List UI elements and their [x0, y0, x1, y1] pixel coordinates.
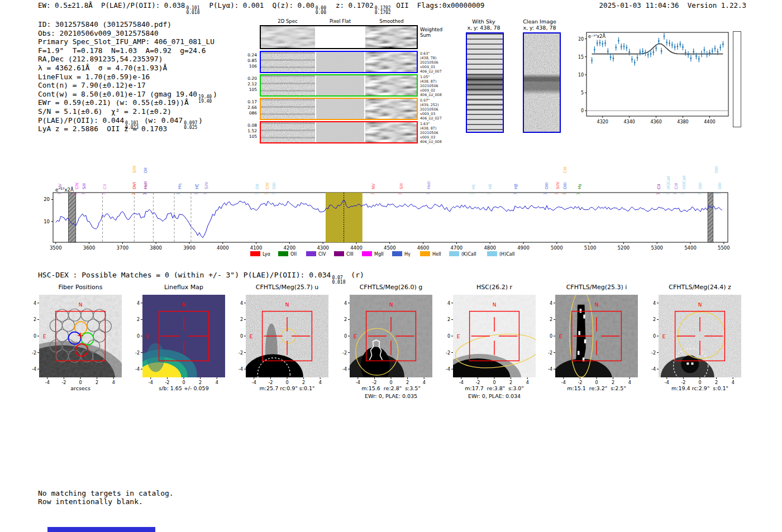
spec2d-cell — [261, 122, 315, 142]
spec2d-cell — [316, 75, 364, 95]
header-supsub: 0.000.00 — [316, 6, 326, 15]
zoom-ytick: 10 — [579, 73, 584, 78]
stripe-overlay — [261, 122, 315, 142]
spec2d-cell — [365, 122, 417, 142]
legend-swatch — [306, 251, 316, 256]
cutout-ytick: 0 — [34, 334, 36, 339]
sub: 0.025 — [184, 126, 197, 130]
cutout-ytick: -2 — [239, 351, 243, 356]
compass-east-label: E — [457, 334, 460, 339]
line-label-brace: } — [271, 193, 275, 195]
cutout-title: CFHTLS/Meg(25.3) i — [566, 284, 627, 291]
cutout-xtick: 2 — [302, 380, 305, 385]
spectrum-ytick: 20 — [44, 196, 50, 202]
info-text: LyA z = 2.5886 OII z = 0.1703 — [38, 124, 167, 133]
spec2d-col-header: Pixel Flat — [330, 18, 351, 24]
emission-line-label: OIII — [717, 183, 722, 189]
spec2d-left-labels: 0.24 0.85 106 — [241, 52, 257, 69]
zoom-xtick: 4320 — [597, 119, 608, 124]
cutout-xtick: -2 — [372, 380, 376, 385]
cutout-panel-lineflux: Lineflux MapNE-4-4-2-2002244s/b: 1.65 +/… — [126, 284, 243, 404]
emission-line-label: Hβ — [513, 184, 518, 189]
saturation-fleck — [578, 331, 580, 335]
cutout-ytick: -2 — [135, 351, 140, 356]
info-supsub: 19.4019.40 — [198, 95, 212, 104]
cutout-xtick: 2 — [406, 380, 409, 385]
spectrum-xtick: 3500 — [50, 245, 62, 251]
info-line-2: Obs: 20210506v009_3012575840 — [38, 29, 217, 38]
sky-panel-image — [523, 32, 561, 133]
spectrum-xtick: 4800 — [484, 245, 496, 251]
spec2d-cell — [316, 99, 364, 119]
cutout-ytick: 2 — [344, 317, 347, 322]
emission-line-label: OII — [143, 167, 148, 173]
cutout-plot: NE-4-4-2-2002244 — [333, 293, 449, 386]
cutout-title: CFHTLS/Meg(24.4) z — [669, 284, 731, 291]
emission-line-label: Hδ — [488, 184, 493, 189]
info-text: S/N = 5.1(±0.6) χ² = 2.1(±0.2) — [38, 107, 171, 116]
cutout-xtick: -2 — [268, 380, 273, 385]
sky-midband — [467, 33, 503, 132]
cutout-caption-2: EWr: 0, PLAE: 0.035 — [365, 393, 417, 399]
cutout-caption-1: arcsecs — [70, 385, 90, 391]
emission-line-label: Hγ — [577, 184, 582, 189]
cutout-caption-1: m:17.7 re:3.8" s:3.0" — [465, 385, 524, 391]
legend-label: MgII — [374, 252, 384, 257]
spectrum-xtick: 4000 — [217, 245, 229, 251]
compass-north-label: N — [79, 302, 83, 308]
compass-north-label: N — [698, 302, 702, 308]
cutout-ytick: 2 — [550, 317, 552, 322]
legend-swatch — [392, 251, 402, 256]
emission-line-label: CII — [656, 184, 661, 189]
cutout-caption-2: EWr: 0, PLAE: 0.034 — [468, 393, 521, 399]
cutout-xtick: 0 — [182, 380, 185, 385]
legend-label: (K)CaII — [461, 252, 476, 257]
cutout-xtick: 2 — [199, 380, 202, 385]
info-line-3: Primary Spec_Slot_IFU_AMP: 406_071_081_L… — [38, 37, 217, 46]
spectrum-xtick: 3900 — [183, 245, 196, 251]
zoom-xtick: 4380 — [677, 119, 688, 124]
cutout-xtick: 4 — [319, 380, 322, 385]
cutout-caption-1: m:15.6 re:2.8" s:3.5" — [361, 385, 421, 391]
line-label-brace: } — [513, 193, 517, 195]
header-datetime-version: 2025-01-03 11:04:36 Version 1.22.3 — [584, 1, 746, 9]
legend-label: Lyα — [263, 252, 270, 257]
line-label-brace: } — [680, 193, 685, 195]
sky-panel-image — [466, 32, 504, 133]
spectrum-xtick: 4900 — [517, 245, 530, 251]
info-text: Cont(n) = 7.90(±0.12)e-17 — [38, 81, 146, 89]
sky-panel-title: Clean Image — [523, 18, 556, 25]
spec2d-image-row — [260, 121, 418, 143]
cutout-xtick: -2 — [165, 380, 169, 385]
zoom-unit-label: e⁻¹⁷x2Å — [588, 33, 605, 39]
spectrum-frame — [53, 193, 728, 242]
stripe-overlay — [261, 52, 315, 72]
emission-line-label: CIII — [674, 183, 679, 189]
line-label-brace: } — [673, 193, 677, 195]
compass-east-label: E — [662, 334, 666, 339]
cutout-ytick: 2 — [137, 317, 140, 322]
info-text: Primary Spec_Slot_IFU_AMP: 406_071_081_L… — [38, 37, 214, 46]
emission-line-label: Hε — [471, 184, 476, 189]
header-supsub: 0.17020.1702 — [375, 6, 391, 15]
info-text: F=1.9" T=0.178 N=1.03 A=0.92 g=24.6 — [38, 46, 206, 55]
cutout-xtick: 4 — [112, 380, 115, 385]
line-label-brace: } — [543, 193, 547, 195]
zoom-plot-svg: 0510152043204340436043804400e⁻¹⁷x2Å — [579, 27, 746, 131]
info-line-7: LineFlux = 1.70(±0.59)e-16 — [38, 73, 217, 82]
header-text: P(Lyα): 0.001 Q(z): 0.00 — [201, 1, 314, 9]
emission-line-label: NV — [58, 184, 63, 189]
line-label-brace: } — [73, 193, 78, 195]
spec2d-cell — [316, 122, 364, 142]
info-text: λ = 4362.61Å σ = 4.70(±1.93)Å — [38, 64, 167, 72]
spec2d-right-labels: 0.63" (438, 78) 20210506 v009_01 406_LU_… — [420, 51, 442, 74]
cutout-title: CFHTLS/Meg(26.0) g — [360, 284, 423, 291]
compass-east-label: E — [559, 334, 562, 339]
cutout-ytick: 4 — [550, 301, 552, 306]
compass-north-label: N — [182, 302, 186, 308]
cutout-title: Lineflux Map — [164, 284, 203, 291]
info-text: Cont(w) = 8.50(±0.01)e-17 (gmag 19.40 — [38, 90, 197, 98]
spectrum-xtick: 4600 — [417, 245, 430, 251]
cutout-caption-1: s/b: 1.65 +/- 0.059 — [159, 385, 208, 391]
info-text: RA,Dec (212.891235,54.235397) — [38, 55, 163, 63]
